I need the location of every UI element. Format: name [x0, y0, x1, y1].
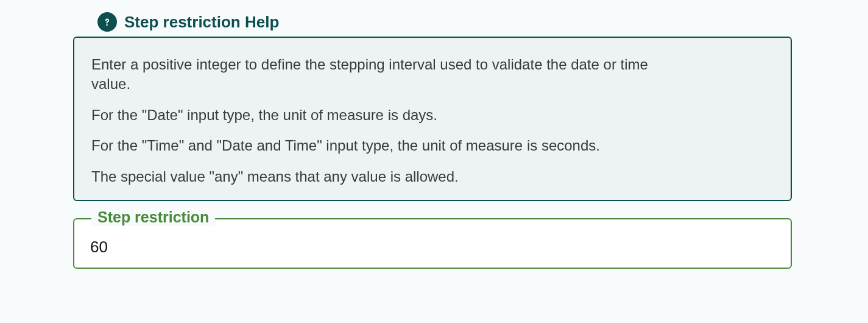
help-paragraph: The special value "any" means that any v…: [91, 167, 676, 186]
help-paragraph: For the "Time" and "Date and Time" input…: [91, 136, 676, 155]
help-title: Step restriction Help: [124, 13, 279, 32]
help-paragraph: For the "Date" input type, the unit of m…: [91, 105, 676, 125]
help-box: Enter a positive integer to define the s…: [73, 37, 792, 201]
svg-point-0: [106, 24, 108, 26]
help-paragraph: Enter a positive integer to define the s…: [91, 55, 676, 94]
help-header: Step restriction Help: [97, 12, 795, 32]
help-icon: [97, 12, 117, 32]
step-restriction-input[interactable]: [90, 238, 775, 257]
step-restriction-label: Step restriction: [91, 208, 215, 226]
step-restriction-field: Step restriction: [73, 218, 792, 269]
